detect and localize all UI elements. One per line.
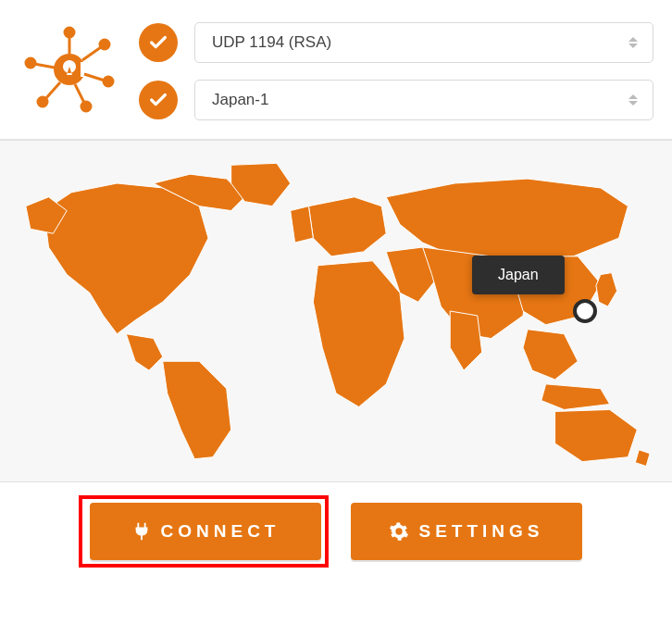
server-check-icon: [139, 81, 178, 119]
svg-point-5: [100, 40, 109, 49]
protocol-check-icon: [139, 23, 178, 62]
svg-line-4: [82, 47, 101, 60]
svg-point-13: [26, 58, 35, 68]
map-tooltip-label: Japan: [498, 267, 539, 282]
svg-point-3: [65, 28, 74, 37]
svg-line-12: [34, 64, 55, 68]
settings-button[interactable]: SETTINGS: [351, 503, 582, 560]
server-select[interactable]: Japan-1: [194, 80, 653, 120]
updown-icon: [628, 33, 640, 52]
svg-point-11: [38, 97, 47, 106]
svg-line-8: [75, 84, 84, 103]
protocol-row: UDP 1194 (RSA): [139, 22, 653, 63]
selects-column: UDP 1194 (RSA) Japan-1: [139, 19, 653, 120]
server-row: Japan-1: [139, 80, 653, 120]
connect-button[interactable]: CONNECT: [90, 503, 321, 560]
svg-point-9: [81, 102, 91, 111]
button-row: CONNECT SETTINGS: [0, 482, 672, 580]
location-marker-icon: [572, 298, 598, 324]
network-logo-icon: [23, 23, 116, 116]
connect-button-label: CONNECT: [161, 521, 280, 542]
protocol-select[interactable]: UDP 1194 (RSA): [194, 22, 653, 63]
world-map-region: Japan: [0, 140, 672, 482]
server-select-value: Japan-1: [212, 91, 268, 109]
map-marker-japan[interactable]: [572, 298, 598, 324]
svg-point-7: [104, 77, 113, 86]
svg-point-0: [54, 54, 85, 85]
svg-line-6: [84, 74, 105, 81]
header-bar: UDP 1194 (RSA) Japan-1: [0, 0, 672, 140]
svg-point-14: [575, 301, 595, 321]
app-logo: [19, 19, 120, 120]
map-tooltip: Japan: [472, 256, 565, 294]
world-map[interactable]: [17, 154, 655, 468]
protocol-select-value: UDP 1194 (RSA): [212, 33, 331, 52]
settings-button-label: SETTINGS: [418, 521, 543, 542]
updown-icon: [628, 91, 640, 109]
plug-icon: [131, 521, 152, 542]
svg-line-10: [45, 82, 60, 99]
gear-icon: [389, 521, 409, 542]
